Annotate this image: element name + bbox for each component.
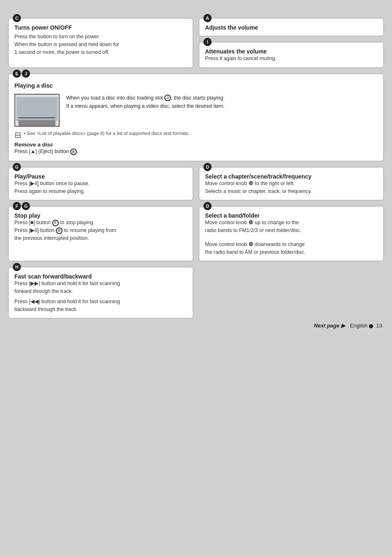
fast-scan-line-1: Press [▶▶] button and hold it for fast s…: [14, 280, 187, 288]
disc-line-1: When you load a disc into disc loading s…: [66, 94, 378, 102]
badge-f: F: [13, 202, 21, 210]
card-title-fast-scan: Fast scan forward/backward: [14, 273, 187, 280]
disc-note-row: ⊟ • See <List of playable discs> (page 8…: [14, 131, 378, 139]
top-right-col: A Adjusts the volume I Attenuates the vo…: [199, 18, 384, 68]
empty-col: [199, 267, 384, 318]
last-row: H Fast scan forward/backward Press [▶▶] …: [8, 267, 384, 318]
card-select-chapter: D Select a chapter/scene/track/frequency…: [199, 167, 384, 201]
fast-scan-line-3: Press [◀◀] button and hold it for fast s…: [14, 298, 187, 306]
card-title-select-band: Select a band/folder: [205, 212, 378, 219]
badge-a: A: [203, 14, 212, 22]
badge-i: I: [203, 38, 212, 46]
card-playing-disc: E J Playing a disc When you load a disc …: [8, 74, 384, 161]
disc-base: [18, 120, 55, 126]
select-band-line-4: the radio band to AM or previous folder/…: [205, 248, 378, 256]
remove-disc-text: Press [▲] (Eject) button E.: [14, 149, 378, 155]
card-adjusts-volume: A Adjusts the volume: [199, 18, 384, 36]
card-title-power: Turns power ON/OFF: [14, 24, 72, 31]
play-pause-line-1: Press [▶II] button once to pause.: [14, 180, 187, 188]
card-title-stop-play: Stop play: [14, 212, 187, 219]
card-title-select-chapter: Select a chapter/scene/track/frequency: [205, 173, 378, 180]
page-content: C Turns power ON/OFF Press the button to…: [8, 12, 384, 329]
card-stop-play: F G Stop play Press [■] button F to stop…: [8, 206, 193, 261]
stop-play-line-1: Press [■] button F to stop playing.: [14, 219, 187, 227]
bottom-nav: Next page ▶ English 13: [8, 323, 384, 329]
badge-g: G: [13, 163, 21, 171]
disc-text-area: When you load a disc into disc loading s…: [66, 94, 378, 110]
select-band-line-1: Move control knob ❿ up to change to the: [205, 219, 378, 227]
fast-scan-line-4: backward through the track.: [14, 306, 187, 313]
page-circle-icon: [369, 324, 373, 328]
badge-h: H: [13, 263, 21, 271]
select-chapter-line-2: Selects a music or chapter, track, or fr…: [205, 188, 378, 195]
badge-e: E: [13, 70, 21, 78]
card-line-power-1: Press the button to turn on the power.: [14, 33, 187, 41]
disc-note-text: • See <List of playable discs> (page 8) …: [24, 131, 190, 136]
badge-c: C: [13, 14, 21, 22]
card-title-play-pause: Play/Pause: [14, 173, 187, 180]
next-page-label: Next page ▶: [314, 323, 345, 329]
badge-fg-pair: F G: [13, 202, 30, 210]
badge-g2: G: [22, 202, 30, 210]
card-title-adjusts: Adjusts the volume: [205, 24, 378, 31]
note-icon: ⊟: [14, 131, 21, 139]
page-number: 13: [376, 323, 382, 329]
card-fast-scan: H Fast scan forward/backward Press [▶▶] …: [8, 267, 193, 318]
remove-disc-section: Remove a disc Press [▲] (Eject) button E…: [14, 142, 378, 155]
bottom-row: F G Stop play Press [■] button F to stop…: [8, 206, 384, 261]
disc-player-image: [14, 94, 60, 127]
card-header-power: Turns power ON/OFF: [14, 24, 187, 31]
badge-d-mid: D: [203, 163, 212, 171]
stop-play-line-3: the previous interrupted position.: [14, 234, 187, 242]
card-line-attenuates: Press it again to cancel muting.: [205, 55, 378, 63]
fast-scan-line-2: forward through the track.: [14, 288, 187, 295]
middle-row: G Play/Pause Press [▶II] button once to …: [8, 167, 384, 201]
disc-card-title: Playing a disc: [14, 82, 53, 89]
language-label: English: [350, 323, 368, 329]
card-select-band: D Select a band/folder Move control knob…: [199, 206, 384, 261]
top-row: C Turns power ON/OFF Press the button to…: [8, 12, 384, 68]
badge-ej-pair: E J: [13, 70, 30, 78]
card-play-pause: G Play/Pause Press [▶II] button once to …: [8, 167, 193, 201]
stop-play-line-2: Press [▶II] button G to resume playing f…: [14, 227, 187, 234]
select-band-line-2: radio bands to FM1/2/3 or next folder/di…: [205, 227, 378, 234]
card-attenuates: I Attenuates the volume Press it again t…: [199, 42, 384, 68]
select-chapter-line-1: Move control knob ❿ to the right or left…: [205, 180, 378, 188]
language-page: English 13: [350, 323, 382, 329]
badge-d-bot: D: [203, 202, 212, 210]
card-line-power-3: 1 second or more, the power is turned of…: [14, 49, 187, 56]
disc-line-2: If a menu appears, when playing a video …: [66, 102, 378, 110]
card-turns-power: C Turns power ON/OFF Press the button to…: [8, 18, 193, 68]
badge-j: J: [22, 70, 30, 78]
card-line-power-2: When the button is pressed and held down…: [14, 41, 187, 49]
disc-content: When you load a disc into disc loading s…: [14, 94, 378, 127]
play-pause-line-2: Press again to resume playing.: [14, 188, 187, 195]
select-band-line-3: Move control knob ❿ downwards to change: [205, 241, 378, 248]
card-title-attenuates: Attenuates the volume: [205, 48, 378, 55]
remove-disc-title: Remove a disc: [14, 142, 378, 148]
disc-slot: [18, 117, 55, 118]
